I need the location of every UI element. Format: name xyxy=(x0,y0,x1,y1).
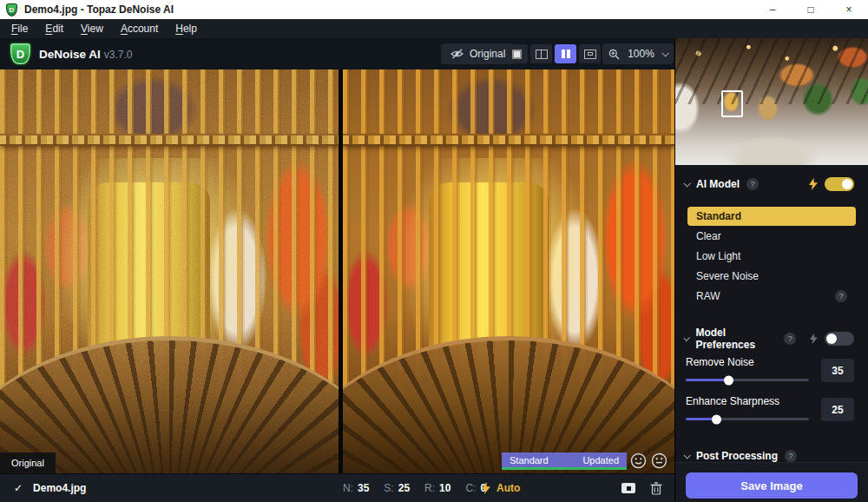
app-logo-icon: D xyxy=(6,3,17,17)
ai-model-title: AI Model xyxy=(696,178,740,190)
menu-edit[interactable]: Edit xyxy=(36,23,72,35)
remove-noise-slider[interactable] xyxy=(686,379,809,381)
post-processing-help-icon[interactable]: ? xyxy=(785,450,797,462)
happy-face-button[interactable] xyxy=(630,452,647,469)
status-filename: Demo4.jpg xyxy=(33,482,86,494)
enhance-sharpness-value[interactable]: 25 xyxy=(821,398,854,421)
zoom-level: 100% xyxy=(628,48,654,60)
model-option-standard[interactable]: Standard xyxy=(687,207,856,226)
status-bar: ✓ Demo4.jpg N:35 S:25 R:10 C:0 Auto xyxy=(0,473,674,502)
image-viewer: Original Standard Updated xyxy=(0,69,674,473)
badge-status: Updated xyxy=(582,455,619,466)
sidebar-footer: Save Image xyxy=(675,462,868,502)
single-view-icon xyxy=(512,50,522,59)
menu-file[interactable]: File xyxy=(3,23,36,35)
recover-readout: R:10 xyxy=(424,482,450,494)
original-image-pane[interactable]: Original xyxy=(0,69,339,473)
raw-label: RAW xyxy=(696,290,720,302)
noise-readout: N:35 xyxy=(343,482,369,494)
title-bar: D Demo4.jpg - Topaz DeNoise AI – □ × xyxy=(0,0,868,19)
original-photo xyxy=(0,69,339,473)
lightning-icon xyxy=(810,333,818,345)
view-single-button[interactable] xyxy=(506,44,528,63)
app-name: DeNoise AI xyxy=(39,48,101,61)
view-split-button[interactable] xyxy=(530,44,552,63)
auto-settings-button[interactable]: Auto xyxy=(482,474,520,502)
model-option-low-light[interactable]: Low Light xyxy=(687,247,856,266)
auto-label: Auto xyxy=(496,482,520,494)
minimize-button[interactable]: – xyxy=(753,0,792,19)
close-button[interactable]: × xyxy=(830,0,868,19)
raw-help-icon[interactable]: ? xyxy=(835,290,847,302)
post-processing-title: Post Processing xyxy=(696,450,778,462)
chevron-down-icon xyxy=(683,452,690,459)
view-comparison-button[interactable] xyxy=(579,44,601,63)
app-title: DeNoise AIv3.7.0 xyxy=(39,46,132,62)
enhance-sharpness-slider[interactable] xyxy=(686,418,809,420)
sharpness-readout: S:25 xyxy=(384,482,410,494)
neutral-face-button[interactable] xyxy=(651,452,667,469)
menu-help[interactable]: Help xyxy=(167,23,206,35)
comparison-view-icon xyxy=(584,50,596,59)
model-option-raw[interactable]: RAW ? xyxy=(687,287,856,306)
original-label-chip: Original xyxy=(0,452,56,473)
slider-knob[interactable] xyxy=(724,375,733,385)
ai-model-help-icon[interactable]: ? xyxy=(746,178,759,190)
topaz-denoise-window: D Demo4.jpg - Topaz DeNoise AI – □ × Fil… xyxy=(0,0,868,502)
zoom-in-icon xyxy=(608,49,620,60)
processed-check-icon: ✓ xyxy=(14,482,23,494)
menu-view[interactable]: View xyxy=(72,23,112,35)
original-button-label: Original xyxy=(470,48,505,60)
remove-noise-value[interactable]: 35 xyxy=(821,359,854,382)
chevron-down-icon xyxy=(683,180,690,187)
processing-status-badge: Standard Updated xyxy=(502,452,627,470)
processed-photo xyxy=(343,69,674,473)
denoise-logo-icon: D xyxy=(9,42,32,66)
processed-image-pane[interactable]: Standard Updated xyxy=(343,69,674,473)
app-version: v3.7.0 xyxy=(104,49,133,61)
slider-knob[interactable] xyxy=(712,414,721,424)
ai-model-list: Standard Clear Low Light Severe Noise RA… xyxy=(687,207,856,306)
enhance-sharpness-control: Enhance Sharpness 25 xyxy=(686,395,854,424)
right-panel: AI Model ? Standard Clear Low Light Seve… xyxy=(674,38,868,502)
side-by-side-icon xyxy=(562,50,570,58)
lightning-icon xyxy=(809,178,818,190)
post-processing-header[interactable]: Post Processing ? xyxy=(675,450,868,462)
menu-account[interactable]: Account xyxy=(112,23,167,35)
model-preferences-auto-toggle[interactable] xyxy=(825,332,854,346)
show-original-button[interactable]: Original xyxy=(441,43,515,64)
ai-model-header[interactable]: AI Model ? xyxy=(675,177,868,191)
app-header: D DeNoise AIv3.7.0 Original xyxy=(0,38,674,69)
parameter-readouts: N:35 S:25 R:10 C:0 xyxy=(343,474,486,502)
save-image-button[interactable]: Save Image xyxy=(686,472,858,499)
maximize-button[interactable]: □ xyxy=(792,0,830,19)
model-option-severe-noise[interactable]: Severe Noise xyxy=(687,267,856,286)
split-view-icon xyxy=(536,50,548,59)
enhance-sharpness-label: Enhance Sharpness xyxy=(686,395,809,407)
view-side-by-side-button[interactable] xyxy=(555,44,576,63)
model-option-clear[interactable]: Clear xyxy=(687,227,856,246)
navigator-selection-box[interactable] xyxy=(721,90,743,117)
image-card-icon[interactable] xyxy=(621,483,635,493)
chevron-down-icon xyxy=(683,334,690,341)
remove-noise-label: Remove Noise xyxy=(686,356,809,368)
ai-model-auto-toggle[interactable] xyxy=(825,177,854,191)
model-preferences-title: Model Preferences xyxy=(695,327,777,351)
window-controls: – □ × xyxy=(753,0,868,19)
chevron-down-icon xyxy=(661,50,668,56)
trash-icon[interactable] xyxy=(650,482,662,495)
window-title: Demo4.jpg - Topaz DeNoise AI xyxy=(24,3,174,16)
remove-noise-control: Remove Noise 35 xyxy=(686,356,854,385)
feedback-buttons xyxy=(630,452,667,469)
view-mode-group xyxy=(506,44,601,63)
navigator-thumbnail[interactable] xyxy=(675,38,868,165)
model-preferences-header[interactable]: Model Preferences ? xyxy=(675,332,868,346)
badge-model-name: Standard xyxy=(510,455,549,466)
eye-off-icon xyxy=(450,49,464,59)
model-preferences-help-icon[interactable]: ? xyxy=(784,333,796,345)
menu-bar: File Edit View Account Help xyxy=(0,19,868,38)
zoom-control[interactable]: 100% xyxy=(602,43,674,64)
lightning-icon xyxy=(482,482,490,494)
